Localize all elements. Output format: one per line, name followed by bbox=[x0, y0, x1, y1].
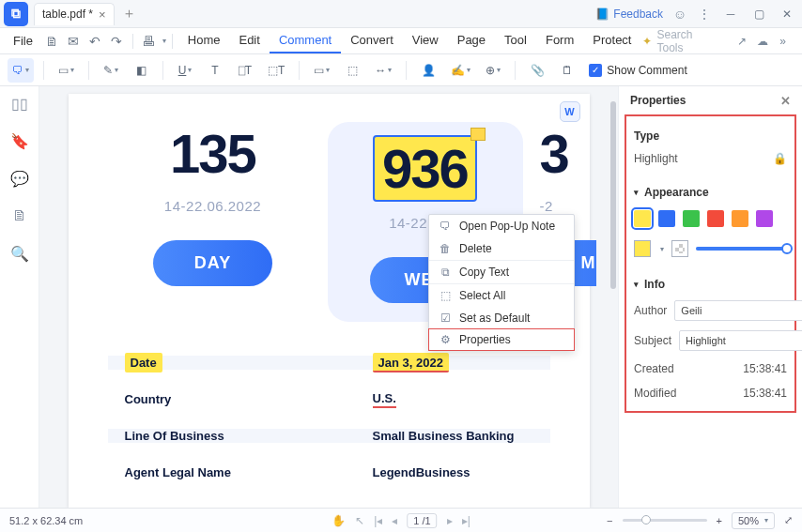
cell-value-highlight[interactable]: Jan 3, 2022 bbox=[373, 353, 449, 372]
menu-tool[interactable]: Tool bbox=[495, 28, 536, 53]
table-row: Agent Legal Name LegendBusiness bbox=[108, 454, 550, 491]
first-page-icon[interactable]: |◂ bbox=[374, 514, 382, 527]
chevron-down-icon[interactable]: ▾ bbox=[660, 245, 664, 253]
attachments-icon[interactable]: 🗎 bbox=[10, 206, 29, 225]
bookmarks-icon[interactable]: 🔖 bbox=[10, 131, 29, 150]
ctx-copy-text[interactable]: ⧉Copy Text bbox=[429, 261, 574, 283]
user-icon[interactable]: ☺ bbox=[672, 7, 687, 22]
transparency-box[interactable] bbox=[671, 240, 688, 257]
zoom-value[interactable]: 50%▾ bbox=[732, 512, 775, 529]
underline-tool[interactable]: U▾ bbox=[173, 58, 197, 83]
chevron-down-icon[interactable]: ▾ bbox=[634, 280, 639, 289]
highlight-tool[interactable]: ▭▾ bbox=[54, 58, 79, 83]
ctx-properties[interactable]: ⚙Properties bbox=[428, 328, 575, 351]
comments-icon[interactable]: 💬 bbox=[10, 169, 29, 188]
ctx-open-popup[interactable]: 🗨Open Pop-Up Note bbox=[429, 215, 574, 237]
panel-title: Properties bbox=[630, 94, 686, 107]
redo-icon[interactable]: ↷ bbox=[107, 31, 127, 52]
day-pill[interactable]: DAY bbox=[153, 240, 272, 286]
sticky-note-icon[interactable] bbox=[470, 128, 486, 141]
color-swatch[interactable] bbox=[683, 210, 700, 227]
signature-tool[interactable]: ✍▾ bbox=[446, 58, 475, 83]
zoom-in-icon[interactable]: + bbox=[717, 515, 722, 526]
next-page-icon[interactable]: ▸ bbox=[447, 514, 453, 527]
document-tab[interactable]: table.pdf * × bbox=[34, 3, 115, 25]
prev-page-icon[interactable]: ◂ bbox=[392, 514, 397, 527]
context-menu: 🗨Open Pop-Up Note 🗑Delete ⧉Copy Text ⬚Se… bbox=[428, 214, 575, 351]
page-indicator[interactable]: 1 /1 bbox=[407, 513, 437, 528]
measure-tool[interactable]: ↔▾ bbox=[370, 58, 396, 83]
save-icon[interactable]: 🗎 bbox=[42, 31, 62, 52]
opacity-color-box[interactable] bbox=[634, 240, 651, 257]
search-icon[interactable]: 🔍 bbox=[10, 244, 29, 263]
menu-view[interactable]: View bbox=[403, 28, 448, 53]
highlighted-number[interactable]: 936 bbox=[373, 135, 477, 202]
ctx-set-default[interactable]: ☑Set as Default bbox=[429, 307, 574, 329]
overflow-icon[interactable]: » bbox=[775, 33, 791, 50]
eraser-tool[interactable]: ◧ bbox=[129, 58, 153, 83]
color-swatch[interactable] bbox=[707, 210, 724, 227]
color-swatch[interactable] bbox=[732, 210, 748, 227]
maximize-button[interactable]: ▢ bbox=[749, 5, 768, 23]
last-page-icon[interactable]: ▸| bbox=[462, 514, 470, 527]
pencil-tool[interactable]: ✎▾ bbox=[99, 58, 123, 83]
chevron-down-icon[interactable]: ▾ bbox=[162, 37, 166, 45]
zoom-out-icon[interactable]: − bbox=[607, 515, 612, 526]
sparkle-icon: ✦ bbox=[642, 35, 652, 48]
menu-comment[interactable]: Comment bbox=[270, 28, 341, 53]
textbox-tool[interactable]: ⎕T bbox=[233, 58, 257, 83]
color-swatch[interactable] bbox=[634, 210, 651, 227]
callout-tool[interactable]: ⬚T bbox=[263, 58, 289, 83]
feedback-link[interactable]: 📘 Feedback bbox=[595, 8, 663, 21]
ctx-select-all[interactable]: ⬚Select All bbox=[429, 284, 574, 307]
menu-protect[interactable]: Protect bbox=[583, 28, 640, 53]
thumbnails-icon[interactable]: ▯▯ bbox=[10, 94, 29, 113]
note-tool[interactable]: 🗨▾ bbox=[8, 58, 34, 83]
vertical-scrollbar[interactable] bbox=[609, 96, 618, 498]
chevron-down-icon[interactable]: ▾ bbox=[634, 188, 639, 197]
menu-page[interactable]: Page bbox=[448, 28, 495, 53]
close-tab-icon[interactable]: × bbox=[99, 8, 106, 22]
color-swatch[interactable] bbox=[756, 210, 773, 227]
stamp2-tool[interactable]: ⊕▾ bbox=[481, 58, 505, 83]
lock-icon[interactable]: 🔒 bbox=[773, 152, 787, 165]
show-comment-toggle[interactable]: ✓ Show Comment bbox=[589, 64, 686, 77]
close-panel-icon[interactable]: ✕ bbox=[780, 94, 791, 108]
comments-list-tool[interactable]: 🗒 bbox=[555, 58, 579, 83]
search-tools-input[interactable]: Search Tools bbox=[656, 28, 717, 54]
menu-convert[interactable]: Convert bbox=[341, 28, 403, 53]
menu-edit[interactable]: Edit bbox=[229, 28, 269, 53]
add-tab-button[interactable]: ＋ bbox=[122, 5, 136, 23]
minimize-button[interactable]: ─ bbox=[721, 5, 740, 23]
cell-label-highlight[interactable]: Date bbox=[125, 353, 162, 372]
printer-icon[interactable]: 🖶 bbox=[139, 31, 159, 52]
close-button[interactable]: ✕ bbox=[778, 5, 796, 23]
file-menu[interactable]: File bbox=[6, 31, 40, 51]
author-input[interactable] bbox=[674, 300, 802, 321]
stamp-tool[interactable]: 👤 bbox=[416, 58, 440, 83]
attach-tool[interactable]: 📎 bbox=[525, 58, 549, 83]
comment-ribbon: 🗨▾ ▭▾ ✎▾ ◧ U▾ T ⎕T ⬚T ▭▾ ⬚ ↔▾ 👤 ✍▾ ⊕▾ 📎 … bbox=[0, 54, 802, 86]
tab-title: table.pdf * bbox=[42, 8, 93, 21]
subject-input[interactable] bbox=[679, 330, 802, 351]
ctx-delete[interactable]: 🗑Delete bbox=[429, 237, 574, 260]
menu-form[interactable]: Form bbox=[536, 28, 583, 53]
undo-icon[interactable]: ↶ bbox=[85, 31, 105, 52]
shape-area-tool[interactable]: ⬚ bbox=[340, 58, 364, 83]
cloud-icon[interactable]: ☁ bbox=[754, 33, 770, 50]
share-icon[interactable]: ↗ bbox=[733, 33, 749, 50]
zoom-slider[interactable] bbox=[623, 519, 707, 522]
more-icon[interactable]: ⋮ bbox=[697, 7, 712, 22]
select-tool-icon[interactable]: ↖ bbox=[355, 514, 364, 527]
text-tool[interactable]: T bbox=[203, 58, 227, 83]
table-row: Country U.S. bbox=[108, 381, 550, 418]
opacity-slider[interactable] bbox=[696, 247, 787, 251]
shape-rect-tool[interactable]: ▭▾ bbox=[309, 58, 334, 83]
fit-page-icon[interactable]: ⤢ bbox=[784, 514, 793, 526]
menu-bar: File 🗎 ✉ ↶ ↷ 🖶 ▾ HomeEditCommentConvertV… bbox=[0, 28, 802, 54]
hand-tool-icon[interactable]: ✋ bbox=[332, 514, 346, 527]
menu-home[interactable]: Home bbox=[178, 28, 230, 53]
color-swatch[interactable] bbox=[658, 210, 675, 227]
word-badge-icon[interactable]: W bbox=[560, 101, 580, 122]
print-icon[interactable]: ✉ bbox=[64, 31, 84, 52]
